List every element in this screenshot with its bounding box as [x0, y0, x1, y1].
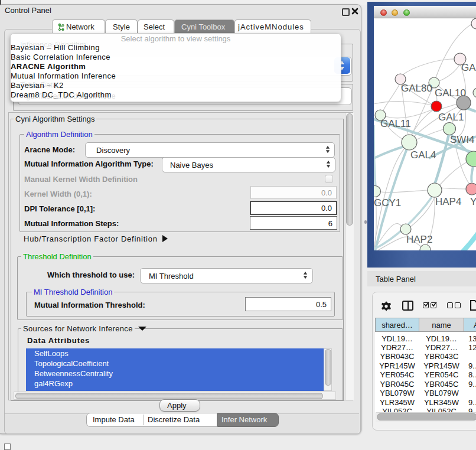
- svg-text:GAL10: GAL10: [435, 87, 466, 99]
- svg-text:GCY1: GCY1: [374, 197, 401, 208]
- svg-text:GAL1: GAL1: [438, 112, 464, 123]
- svg-text:HAP4: HAP4: [435, 196, 461, 207]
- svg-text:GAL11: GAL11: [380, 118, 411, 129]
- svg-text:HAP2: HAP2: [406, 234, 432, 245]
- svg-text:GAL7: GAL7: [461, 62, 476, 73]
- svg-text:SWI4: SWI4: [450, 134, 475, 145]
- svg-text:GAL4: GAL4: [410, 149, 436, 161]
- svg-text:GAL80: GAL80: [401, 83, 432, 94]
- svg-text:Y: Y: [470, 196, 476, 207]
